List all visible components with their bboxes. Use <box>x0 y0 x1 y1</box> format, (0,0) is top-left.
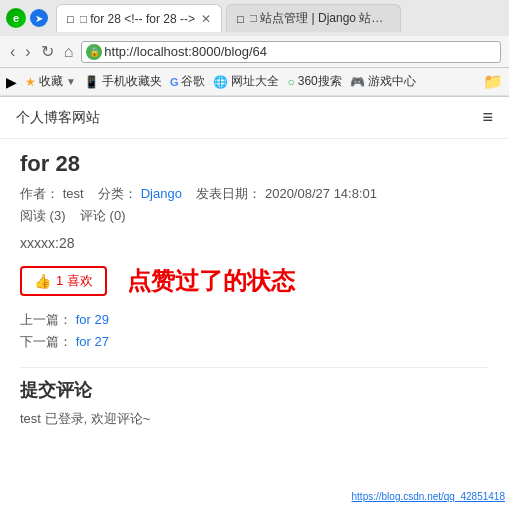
bookmark-360[interactable]: ○ 360搜索 <box>287 73 341 90</box>
games-icon: 🎮 <box>350 75 365 89</box>
like-count: 1 喜欢 <box>56 272 93 290</box>
bookmark-label-urllist: 网址大全 <box>231 73 279 90</box>
arrow-icon: ➤ <box>30 9 48 27</box>
mobile-icon: 📱 <box>84 75 99 89</box>
address-bar: ‹ › ↻ ⌂ 🔒 http://localhost:8000/blog/64 <box>0 36 509 68</box>
date-label: 发表日期： <box>196 186 261 201</box>
tab-inactive-icon: □ <box>237 13 244 25</box>
tab-close-active[interactable]: ✕ <box>201 12 211 26</box>
bookmark-label-google: 谷歌 <box>181 73 205 90</box>
comment-section: 提交评论 test 已登录, 欢迎评论~ <box>20 367 489 428</box>
bookmark-urllist[interactable]: 🌐 网址大全 <box>213 73 279 90</box>
urllist-icon: 🌐 <box>213 75 228 89</box>
page-content: 个人博客网站 ≡ for 28 作者： test 分类： Django 发表日期… <box>0 97 509 440</box>
like-button[interactable]: 👍 1 喜欢 <box>20 266 107 296</box>
tab-inactive-label: □ 站点管理 | Django 站点管理员 <box>250 10 390 27</box>
date-value: 2020/08/27 14:8:01 <box>265 186 377 201</box>
nav-links: 上一篇： for 29 下一篇： for 27 <box>20 311 489 351</box>
article-title: for 28 <box>20 151 489 177</box>
author-value: test <box>63 186 84 201</box>
next-link[interactable]: for 27 <box>76 334 109 349</box>
google-icon: G <box>170 76 179 88</box>
article-meta: 作者： test 分类： Django 发表日期： 2020/08/27 14:… <box>20 185 489 203</box>
author-label: 作者： <box>20 186 59 201</box>
security-icon: 🔒 <box>86 44 102 60</box>
tab-active-icon: □ <box>67 13 74 25</box>
edge-icon: e <box>6 8 26 28</box>
browser-chrome: e ➤ □ □ for 28 <!-- for 28 --> ✕ □ □ 站点管… <box>0 0 509 97</box>
like-status-text: 点赞过了的状态 <box>127 265 295 297</box>
bookmark-favorites[interactable]: ★ 收藏 ▼ <box>25 73 76 90</box>
article-stats: 阅读 (3) 评论 (0) <box>20 207 489 225</box>
star-icon: ★ <box>25 75 36 89</box>
back-button[interactable]: ‹ <box>8 43 17 61</box>
title-bar: e ➤ □ □ for 28 <!-- for 28 --> ✕ □ □ 站点管… <box>0 0 509 36</box>
tab-active[interactable]: □ □ for 28 <!-- for 28 --> ✕ <box>56 4 222 32</box>
forward-button[interactable]: › <box>23 43 32 61</box>
bookmark-label-favorites: 收藏 <box>39 73 63 90</box>
bookmark-label-360: 360搜索 <box>298 73 342 90</box>
site-title: 个人博客网站 <box>16 109 100 127</box>
article-container: for 28 作者： test 分类： Django 发表日期： 2020/08… <box>0 139 509 440</box>
bookmark-mobile[interactable]: 📱 手机收藏夹 <box>84 73 162 90</box>
tab-inactive[interactable]: □ □ 站点管理 | Django 站点管理员 <box>226 4 401 32</box>
reads-label: 阅读 <box>20 208 46 223</box>
address-section[interactable]: 🔒 http://localhost:8000/blog/64 <box>81 41 501 63</box>
next-article-row: 下一篇： for 27 <box>20 333 489 351</box>
bookmark-google[interactable]: G 谷歌 <box>170 73 206 90</box>
prev-link[interactable]: for 29 <box>76 312 109 327</box>
comments-count: 0 <box>114 208 121 223</box>
refresh-button[interactable]: ↻ <box>39 42 56 61</box>
category-link[interactable]: Django <box>141 186 182 201</box>
comment-user-text: test 已登录, 欢迎评论~ <box>20 410 489 428</box>
bookmarks-expand-icon[interactable]: ▶ <box>6 74 17 90</box>
comments-label: 评论 <box>80 208 106 223</box>
watermark: https://blog.csdn.net/qq_42851418 <box>352 491 505 502</box>
prev-article-row: 上一篇： for 29 <box>20 311 489 329</box>
comment-title: 提交评论 <box>20 378 489 402</box>
category-label: 分类： <box>98 186 137 201</box>
bookmarks-bar: ▶ ★ 收藏 ▼ 📱 手机收藏夹 G 谷歌 🌐 网址大全 ○ 360搜索 🎮 游… <box>0 68 509 96</box>
article-content: xxxxx:28 <box>20 235 489 251</box>
360-icon: ○ <box>287 75 294 89</box>
bookmark-label-mobile: 手机收藏夹 <box>102 73 162 90</box>
bookmark-games[interactable]: 🎮 游戏中心 <box>350 73 416 90</box>
browser-icons: e ➤ <box>6 8 48 28</box>
hamburger-menu[interactable]: ≡ <box>482 107 493 128</box>
home-button[interactable]: ⌂ <box>62 43 76 61</box>
tab-active-label: □ for 28 <!-- for 28 --> <box>80 12 195 26</box>
next-label: 下一篇： <box>20 334 72 349</box>
reads-count: 3 <box>54 208 61 223</box>
thumbs-up-icon: 👍 <box>34 273 51 289</box>
bookmark-label-games: 游戏中心 <box>368 73 416 90</box>
address-text: http://localhost:8000/blog/64 <box>104 44 267 59</box>
like-area: 👍 1 喜欢 点赞过了的状态 <box>20 265 489 297</box>
prev-label: 上一篇： <box>20 312 72 327</box>
folder-icon[interactable]: 📁 <box>483 72 503 91</box>
site-header: 个人博客网站 ≡ <box>0 97 509 139</box>
dropdown-icon-favorites: ▼ <box>66 76 76 87</box>
